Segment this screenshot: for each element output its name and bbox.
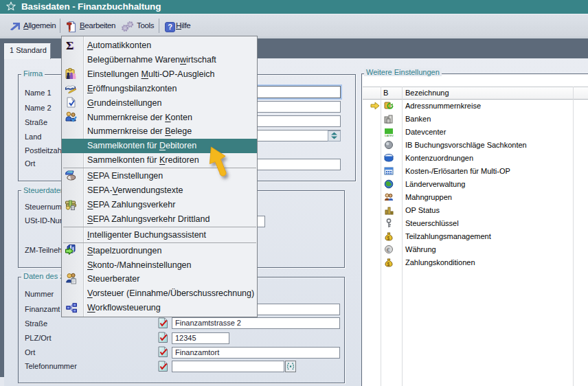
svg-text:$: $ (387, 262, 390, 266)
svg-text:Σ: Σ (66, 39, 74, 52)
svg-text:€: € (387, 247, 390, 253)
svg-text:DATEV: DATEV (385, 134, 394, 137)
svg-text:$: $ (387, 236, 390, 240)
